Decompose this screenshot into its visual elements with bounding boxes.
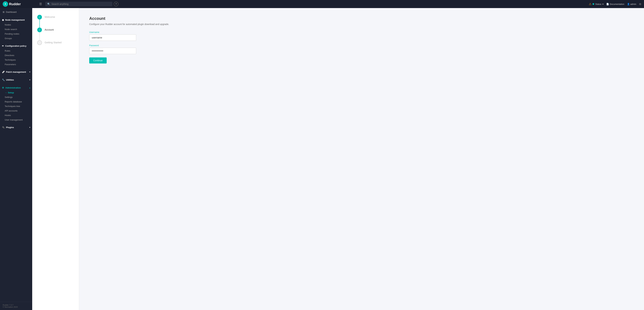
user-button[interactable]: 👤 admin <box>627 3 636 5</box>
sidebar-item-api-accounts[interactable]: API accounts <box>0 108 32 113</box>
node-management-label: Node management <box>5 19 25 21</box>
wizard-step-account-row: ✓ Account <box>37 28 74 32</box>
sidebar-section-utilities: 🔧 Utilities ▾ <box>0 76 32 84</box>
logo-icon: ✦ <box>3 1 8 7</box>
sidebar-section-patch-management: 🩹 Patch management ▾ <box>0 68 32 76</box>
directives-label: Directives <box>5 54 14 57</box>
sidebar: ⊞ Dashboard ◉ Node management Nodes Node… <box>0 8 32 310</box>
nodes-label: Nodes <box>5 24 11 26</box>
step-label-getting-started: Getting Started <box>44 40 62 44</box>
patch-chevron-icon: ▾ <box>29 71 30 73</box>
sidebar-item-parameters[interactable]: Parameters <box>0 62 32 67</box>
sidebar-group-administration[interactable]: ⚙ Administration ▴ <box>0 85 32 90</box>
sidebar-item-dashboard[interactable]: ⊞ Dashboard <box>0 10 32 15</box>
search-bar: 🔍 <box>45 2 112 6</box>
api-accounts-label: API accounts <box>5 109 18 112</box>
sidebar-item-reports-database[interactable]: Reports database <box>0 99 32 104</box>
wizard-step-welcome-row: ✓ Welcome <box>37 15 74 20</box>
config-policy-icon: ✏ <box>2 45 4 47</box>
sidebar-item-groups[interactable]: Groups <box>0 36 32 41</box>
sidebar-section-plugins: 🔌 Plugins ▾ <box>0 123 32 131</box>
menu-toggle[interactable]: ☰ <box>39 2 42 6</box>
status-label: Status <box>595 3 602 5</box>
arrow-right-icon: → <box>5 91 7 94</box>
form-description: Configure your Rudder account for automa… <box>89 23 634 26</box>
user-label: admin <box>630 3 636 5</box>
sidebar-item-setup[interactable]: → Setup <box>0 90 32 95</box>
status-dot <box>592 3 594 5</box>
reports-database-label: Reports database <box>5 100 22 103</box>
sidebar-item-nodes[interactable]: Nodes <box>0 23 32 27</box>
wizard-step-getting-started: Getting Started <box>37 40 74 45</box>
sidebar-item-node-search[interactable]: Node search <box>0 27 32 32</box>
sidebar-item-user-management[interactable]: User management <box>0 117 32 122</box>
sidebar-section-administration: ⚙ Administration ▴ → Setup Settings Repo… <box>0 84 32 123</box>
sidebar-item-hooks[interactable]: Hooks <box>0 113 32 117</box>
sidebar-item-techniques[interactable]: Techniques <box>0 58 32 62</box>
content-area: ✓ Welcome ✓ Account <box>32 8 644 310</box>
settings-label: Settings <box>5 96 12 98</box>
sidebar-group-plugins[interactable]: 🔌 Plugins ▾ <box>0 125 32 130</box>
wizard-panel: ✓ Welcome ✓ Account <box>32 8 79 310</box>
utilities-label: Utilities <box>6 79 14 81</box>
search-icon: 🔍 <box>47 3 50 5</box>
administration-icon: ⚙ <box>2 86 4 89</box>
sidebar-group-node-management[interactable]: ◉ Node management <box>0 17 32 23</box>
administration-label: Administration <box>5 86 21 89</box>
help-button[interactable]: ? <box>114 2 118 6</box>
sidebar-item-directives[interactable]: Directives <box>0 53 32 58</box>
settings-icon[interactable]: ⚙ <box>639 3 641 6</box>
username-input[interactable] <box>89 34 136 41</box>
warning-icon: ⚠ <box>589 2 592 6</box>
utilities-chevron-icon: ▾ <box>29 79 30 81</box>
patch-management-label: Patch management <box>6 71 26 73</box>
copyright-label: © Normation 2023 <box>3 306 30 308</box>
sidebar-section-configuration-policy: ✏ Configuration policy Rules Directives … <box>0 42 32 68</box>
form-area: Account Configure your Rudder account fo… <box>79 8 644 310</box>
dashboard-label: Dashboard <box>6 11 16 13</box>
sidebar-group-utilities[interactable]: 🔧 Utilities ▾ <box>0 77 32 82</box>
wizard-step-account: ✓ Account <box>37 28 74 40</box>
sidebar-section-node-management: ◉ Node management Nodes Node search Pend… <box>0 16 32 42</box>
techniques-tree-label: Techniques tree <box>5 105 20 107</box>
step-label-account: Account <box>44 28 54 31</box>
chevron-down-icon: ▾ <box>602 3 604 5</box>
wizard-step-getting-started-row: Getting Started <box>37 40 74 45</box>
wizard-line-2 <box>40 32 40 40</box>
status-button[interactable]: ⚠ Status ▾ <box>589 2 604 6</box>
version-label: Rudder 7.3.7 <box>3 304 30 306</box>
user-management-label: User management <box>5 118 23 121</box>
hooks-label: Hooks <box>5 114 11 116</box>
dashboard-icon: ⊞ <box>3 11 4 13</box>
rules-label: Rules <box>5 50 10 52</box>
search-input[interactable] <box>52 3 110 5</box>
plugins-label: Plugins <box>6 126 14 129</box>
sidebar-item-techniques-tree[interactable]: Techniques tree <box>0 104 32 108</box>
sidebar-footer: Rudder 7.3.7 © Normation 2023 <box>0 302 32 310</box>
user-icon: 👤 <box>627 3 630 5</box>
sidebar-item-rules[interactable]: Rules <box>0 49 32 53</box>
plugins-icon: 🔌 <box>2 126 5 129</box>
logo-text: Rudder <box>9 2 39 6</box>
sidebar-group-patch-management[interactable]: 🩹 Patch management ▾ <box>0 69 32 75</box>
password-input[interactable] <box>89 48 136 54</box>
plugins-chevron-icon: ▾ <box>29 126 30 128</box>
continue-button[interactable]: Continue <box>89 57 107 64</box>
config-policy-label: Configuration policy <box>5 45 26 47</box>
sidebar-group-configuration-policy[interactable]: ✏ Configuration policy <box>0 43 32 49</box>
sidebar-item-settings[interactable]: Settings <box>0 95 32 99</box>
pending-nodes-label: Pending nodes <box>5 33 19 35</box>
documentation-label: Documentation <box>610 3 624 5</box>
patch-management-icon: 🩹 <box>2 71 5 73</box>
form-title: Account <box>89 16 634 21</box>
sidebar-item-pending-nodes[interactable]: Pending nodes <box>0 32 32 36</box>
groups-label: Groups <box>5 37 12 40</box>
main-layout: ⊞ Dashboard ◉ Node management Nodes Node… <box>0 8 644 310</box>
sidebar-section-dashboard: ⊞ Dashboard <box>0 8 32 16</box>
documentation-button[interactable]: 📄 Documentation <box>606 3 624 5</box>
step-circle-getting-started <box>37 40 42 45</box>
step-circle-account: ✓ <box>37 28 42 32</box>
admin-chevron-icon: ▴ <box>29 87 30 89</box>
utilities-icon: 🔧 <box>2 79 5 81</box>
doc-icon: 📄 <box>606 3 609 5</box>
